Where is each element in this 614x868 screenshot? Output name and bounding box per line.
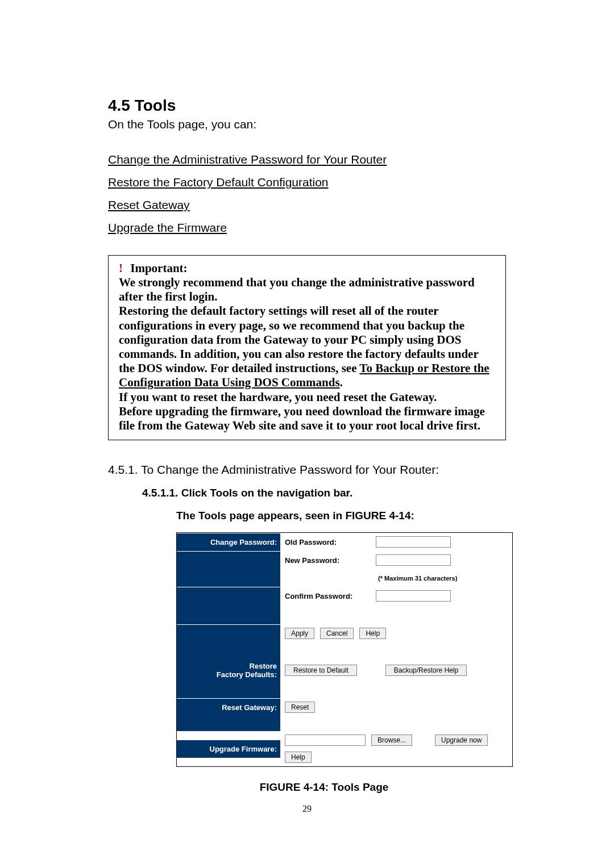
confirm-password-input[interactable] <box>376 590 451 602</box>
max-characters-hint: (* Maximum 31 characters) <box>378 575 457 582</box>
old-password-input[interactable] <box>376 536 451 548</box>
old-password-label: Old Password: <box>285 538 370 546</box>
important-p3: If you want to reset the hardware, you n… <box>119 390 495 404</box>
help-button-firmware[interactable]: Help <box>285 752 312 763</box>
link-reset-gateway[interactable]: Reset Gateway <box>108 198 190 212</box>
page-number: 29 <box>108 804 506 814</box>
firmware-path-input[interactable] <box>285 735 366 746</box>
browse-button[interactable]: Browse... <box>371 735 412 746</box>
restore-section-label: Restore Factory Defaults: <box>177 657 280 683</box>
new-password-input[interactable] <box>376 554 451 566</box>
important-callout: ! Important: We strongly recommend that … <box>108 255 506 440</box>
warning-icon: ! <box>119 261 123 275</box>
link-list: Change the Administrative Password for Y… <box>108 148 506 239</box>
restore-default-button[interactable]: Restore to Default <box>285 665 357 676</box>
cancel-button[interactable]: Cancel <box>320 628 354 639</box>
section-heading: 4.5 Tools <box>108 97 506 115</box>
reset-button[interactable]: Reset <box>285 702 315 713</box>
apply-button[interactable]: Apply <box>285 628 314 639</box>
important-p1: We strongly recommend that you change th… <box>119 276 495 304</box>
figure-lead-caption: The Tools page appears, seen in FIGURE 4… <box>176 510 506 522</box>
upgrade-now-button[interactable]: Upgrade now <box>435 735 488 746</box>
backup-restore-help-button[interactable]: Backup/Restore Help <box>385 665 467 676</box>
link-restore-factory[interactable]: Restore the Factory Default Configuratio… <box>108 176 329 189</box>
important-p2: Restoring the default factory settings w… <box>119 304 495 390</box>
important-title: Important: <box>130 261 187 275</box>
figure-wrapper: Change Password: Old Password: New Passw… <box>176 532 506 794</box>
link-upgrade-firmware[interactable]: Upgrade the Firmware <box>108 221 227 235</box>
tools-page-screenshot: Change Password: Old Password: New Passw… <box>176 532 513 767</box>
help-button-pw[interactable]: Help <box>359 628 386 639</box>
document-page: 4.5 Tools On the Tools page, you can: Ch… <box>0 0 614 837</box>
new-password-label: New Password: <box>285 556 370 565</box>
reset-section-label: Reset Gateway: <box>177 699 280 716</box>
upgrade-section-label: Upgrade Firmware: <box>177 740 280 758</box>
important-p4: Before upgrading the firmware, you need … <box>119 404 495 433</box>
step-heading: 4.5.1.1. Click Tools on the navigation b… <box>142 487 506 499</box>
subsection-heading: 4.5.1. To Change the Administrative Pass… <box>108 463 506 477</box>
intro-text: On the Tools page, you can: <box>108 118 506 131</box>
link-change-password[interactable]: Change the Administrative Password for Y… <box>108 153 387 166</box>
figure-caption: FIGURE 4-14: Tools Page <box>142 781 506 794</box>
confirm-password-label: Confirm Password: <box>285 592 370 600</box>
change-password-section-label: Change Password: <box>177 533 280 551</box>
